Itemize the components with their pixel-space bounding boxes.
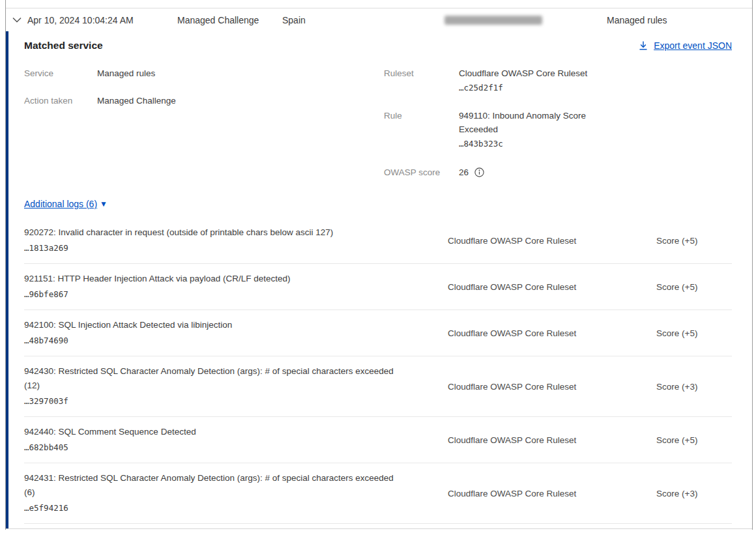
download-icon: [639, 41, 648, 50]
ruleset-label: Ruleset: [384, 66, 459, 80]
log-score: Score (+3): [656, 382, 732, 392]
event-service: Managed rules: [607, 15, 667, 25]
log-rule-id: …1813a269: [24, 240, 424, 255]
log-rule-id: …96bfe867: [24, 287, 424, 302]
chevron-down-icon: [12, 17, 22, 23]
log-ruleset: Cloudflare OWASP Core Ruleset: [424, 282, 656, 292]
event-timestamp: Apr 10, 2024 10:04:24 AM: [27, 15, 134, 25]
log-rule-id: …3297003f: [24, 394, 424, 409]
event-summary-row: Apr 10, 2024 10:04:24 AM Managed Challen…: [6, 8, 752, 31]
log-ruleset: Cloudflare OWASP Core Ruleset: [424, 236, 656, 246]
event-country: Spain: [282, 15, 306, 25]
log-score: Score (+3): [656, 489, 732, 498]
rule-id: …843b323c: [459, 136, 618, 151]
log-score: Score (+5): [656, 435, 732, 445]
log-ruleset: Cloudflare OWASP Core Ruleset: [424, 328, 656, 338]
matched-service-heading: Matched service: [24, 40, 103, 51]
owasp-score-info-button[interactable]: [474, 167, 484, 177]
log-row: 921151: HTTP Header Injection Attack via…: [24, 264, 732, 310]
log-row: 942430: Restricted SQL Character Anomaly…: [24, 356, 732, 417]
log-score: Score (+5): [656, 236, 732, 246]
log-ruleset: Cloudflare OWASP Core Ruleset: [424, 435, 656, 445]
redacted-field: [444, 16, 542, 25]
info-icon: [474, 167, 484, 177]
ruleset-value: Cloudflare OWASP Core Ruleset: [459, 66, 587, 80]
log-rule-id: …48b74690: [24, 333, 424, 348]
service-field: Service Managed rules: [24, 66, 384, 80]
service-value: Managed rules: [97, 66, 155, 80]
log-rule-id: …682bb405: [24, 440, 424, 455]
expanded-row-accent-bar: [6, 31, 8, 528]
ruleset-id: …c25d2f1f: [459, 80, 587, 95]
export-event-json-link[interactable]: Export event JSON: [639, 40, 732, 51]
action-taken-label: Action taken: [24, 94, 97, 108]
log-score: Score (+5): [656, 282, 732, 292]
triangle-down-icon: ▼: [100, 200, 108, 208]
log-ruleset: Cloudflare OWASP Core Ruleset: [424, 489, 656, 498]
log-rule-id: …e5f94216: [24, 500, 424, 515]
owasp-score-value: 26: [459, 166, 469, 179]
ruleset-field: Ruleset Cloudflare OWASP Core Ruleset …c…: [384, 66, 732, 95]
owasp-score-field: OWASP score 26: [384, 166, 732, 179]
action-taken-field: Action taken Managed Challenge: [24, 94, 384, 108]
log-description: 942430: Restricted SQL Character Anomaly…: [24, 364, 402, 393]
rule-value: 949110: Inbound Anomaly Score Exceeded: [459, 109, 618, 136]
event-detail-section: Matched service Export event JSON Servic…: [6, 31, 752, 529]
rule-label: Rule: [384, 109, 459, 122]
log-description: 942431: Restricted SQL Character Anomaly…: [24, 471, 402, 500]
service-label: Service: [24, 66, 97, 80]
log-score: Score (+5): [656, 328, 732, 338]
event-log-panel: Apr 10, 2024 10:04:24 AM Managed Challen…: [5, 0, 753, 530]
export-link-label: Export event JSON: [654, 40, 732, 51]
owasp-score-label: OWASP score: [384, 166, 459, 179]
action-taken-value: Managed Challenge: [97, 94, 176, 108]
log-description: 942100: SQL Injection Attack Detected vi…: [24, 318, 402, 332]
rule-field: Rule 949110: Inbound Anomaly Score Excee…: [384, 109, 732, 151]
log-row: 942431: Restricted SQL Character Anomaly…: [24, 463, 732, 524]
event-action: Managed Challenge: [177, 15, 259, 25]
log-row: 920272: Invalid character in request (ou…: [24, 218, 732, 264]
log-description: 920272: Invalid character in request (ou…: [24, 225, 402, 240]
additional-logs-toggle[interactable]: Additional logs (6) ▼: [24, 199, 108, 209]
log-ruleset: Cloudflare OWASP Core Ruleset: [424, 382, 656, 392]
log-description: 921151: HTTP Header Injection Attack via…: [24, 272, 402, 286]
additional-logs-table: 920272: Invalid character in request (ou…: [24, 218, 732, 524]
log-row: 942100: SQL Injection Attack Detected vi…: [24, 310, 732, 356]
additional-logs-label: Additional logs (6): [24, 199, 97, 209]
collapse-row-button[interactable]: [11, 14, 23, 26]
log-description: 942440: SQL Comment Sequence Detected: [24, 425, 402, 439]
log-row: 942440: SQL Comment Sequence Detected …6…: [24, 417, 732, 463]
